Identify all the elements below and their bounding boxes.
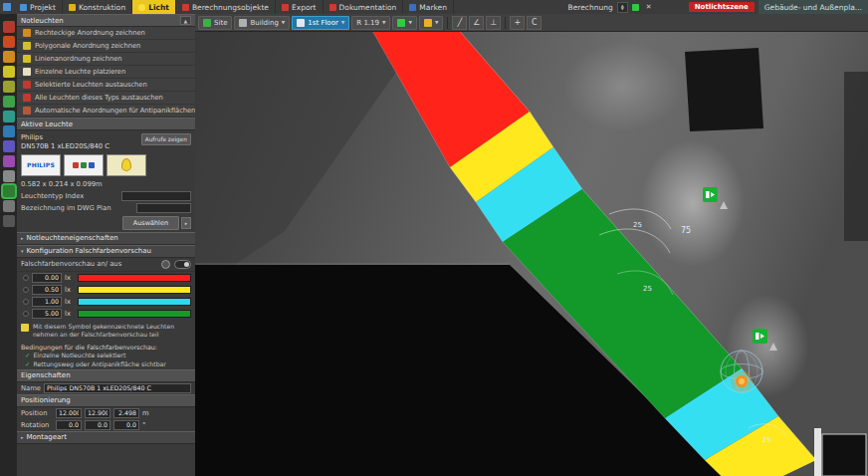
chevron-down-icon: ▼ [282, 20, 285, 25]
tool-icon[interactable] [3, 111, 15, 122]
photometry-icon[interactable] [107, 154, 146, 176]
exit-door [822, 434, 866, 476]
positionierung-title: Positionierung [21, 396, 71, 404]
wall-glow [563, 42, 683, 131]
dwg-input[interactable] [136, 203, 191, 213]
tool-icon[interactable] [3, 81, 15, 93]
color-swatch-green[interactable] [78, 310, 191, 318]
berechnung-spinner[interactable]: ▲▼ [617, 2, 628, 13]
montageart-header[interactable]: ▸ Montageart [17, 431, 195, 444]
tab-dokumentation[interactable]: Dokumentation [324, 0, 404, 14]
tab-label: Export [292, 3, 317, 12]
tool-icon[interactable] [3, 200, 15, 212]
show-calls-button[interactable]: Aufrufe zeigen [141, 133, 191, 145]
render-color-dropdown[interactable]: ▼ [392, 16, 416, 30]
tab-projekt[interactable]: Projekt [14, 0, 63, 14]
rotation-x-input[interactable] [56, 420, 82, 430]
tab-konstruktion[interactable]: Konstruktion [63, 0, 132, 14]
action-alle-austauschen[interactable]: Alle Leuchten dieses Typs austauschen [17, 92, 195, 105]
tool-icon[interactable] [3, 125, 15, 137]
threshold-input-3[interactable] [32, 309, 62, 319]
aktive-leuchte-header: Aktive Leuchte [17, 118, 195, 130]
eigenschaften-header[interactable]: Eigenschaften [17, 369, 195, 382]
tab-marken[interactable]: Marken [403, 0, 454, 14]
chevron-down-icon: ▼ [382, 20, 385, 25]
luminaire-logos: PHILIPS [17, 152, 195, 178]
tab-export[interactable]: Export [276, 0, 324, 14]
tool-icon[interactable] [3, 215, 15, 227]
color-swatch-red[interactable] [78, 274, 191, 282]
action-rechteckige-anordnung[interactable]: Rechteckige Anordnung zeichnen [17, 27, 195, 40]
chevron-down-icon: ▼ [341, 20, 344, 25]
tool-icon[interactable] [3, 155, 15, 167]
tool-icon[interactable] [3, 96, 15, 108]
action-selektierte-austauschen[interactable]: Selektierte Leuchten austauschen [17, 79, 195, 92]
threshold-input-2[interactable] [32, 297, 62, 307]
emergency-light-tool-icon[interactable] [3, 185, 15, 197]
site-button[interactable]: Site [198, 16, 232, 30]
falschfarben-toggle[interactable] [174, 260, 191, 269]
tool-icon[interactable] [3, 36, 15, 48]
auto-array-icon [23, 107, 31, 115]
position-y-input[interactable] [85, 408, 110, 418]
ruler-tool-icon[interactable]: ╱ [452, 16, 467, 30]
falschfarben-row-3: lx [17, 308, 195, 320]
tool-icon[interactable] [3, 140, 15, 152]
chevron-right-icon: ▸ [21, 434, 24, 440]
building-dropdown[interactable]: Building ▼ [234, 16, 290, 30]
auswaehlen-dropdown-icon[interactable]: ▸ [181, 217, 191, 229]
conditions-title: Bedingungen für die Falschfarbenvorschau… [17, 342, 195, 352]
open-view-dropdown[interactable]: ▼ [419, 16, 443, 30]
threshold-input-0[interactable] [32, 273, 62, 283]
scene-3d-view[interactable]: 25 75 25 25 [195, 32, 868, 476]
tool-icon[interactable] [3, 21, 15, 33]
zoom-dropdown[interactable]: R 1.19 ▼ [351, 16, 390, 30]
action-polygonale-anordnung[interactable]: Polygonale Anordnung zeichnen [17, 40, 195, 53]
add-button[interactable]: + [510, 16, 525, 30]
tool-icon[interactable] [3, 66, 15, 78]
action-automatische-anordnungen[interactable]: Automatische Anordnungen für Antipanikfl… [17, 105, 195, 118]
leuchtentyp-input[interactable] [121, 191, 191, 201]
rotation-y-input[interactable] [85, 420, 110, 430]
eigenschaften-title: Eigenschaften [21, 371, 71, 379]
color-swatch-yellow[interactable] [78, 286, 191, 294]
angle-tool-icon[interactable]: ∠ [469, 16, 484, 30]
color-knob-icon[interactable] [161, 260, 170, 269]
threshold-input-1[interactable] [32, 285, 62, 295]
row-marker-icon [23, 275, 29, 281]
falschfarben-header[interactable]: ▾ Konfiguration Falschfarbenvorschau [17, 245, 195, 258]
name-input[interactable] [44, 383, 191, 393]
product-brand: Philips [21, 133, 137, 142]
green-swatch-icon [397, 19, 405, 27]
floor-dropdown[interactable]: 1st Floor ▼ [292, 16, 349, 30]
axes-tool-icon[interactable]: ⊥ [486, 16, 501, 30]
building-label: Building [250, 19, 278, 27]
notlichtszene-badge[interactable]: Notlichtszene [689, 2, 755, 12]
notleuchten-props-header[interactable]: ▸ Notleuchteneigenschaften [17, 232, 195, 245]
emergency-luminaire-icon[interactable] [703, 187, 718, 202]
philips-logo: PHILIPS [21, 154, 61, 176]
position-z-input[interactable] [113, 408, 139, 418]
folder-icon [424, 19, 432, 27]
close-icon[interactable]: ✕ [643, 1, 655, 13]
site-label: Site [214, 19, 227, 27]
toggle-label: Falschfarbenvorschau an/ aus [21, 260, 157, 268]
tab-label: Dokumentation [339, 3, 397, 12]
tool-icon[interactable] [3, 51, 15, 63]
refresh-button[interactable]: C [527, 16, 542, 30]
position-x-input[interactable] [56, 408, 82, 418]
notleuchten-header[interactable]: Notleuchten ▲ [17, 14, 195, 27]
tab-berechnungsobjekte[interactable]: Berechnungsobjekte [176, 0, 276, 14]
action-label: Polygonale Anordnung zeichnen [35, 42, 140, 50]
action-linienanordnung[interactable]: Linienanordnung zeichnen [17, 53, 195, 66]
tab-licht[interactable]: Licht [132, 0, 176, 14]
rotation-z-input[interactable] [113, 420, 139, 430]
app-icon[interactable] [0, 0, 14, 14]
color-swatch-cyan[interactable] [78, 298, 191, 306]
auswaehlen-button[interactable]: Auswählen [122, 216, 179, 230]
tool-icon[interactable] [3, 170, 15, 182]
collapse-up-icon[interactable]: ▲ [180, 16, 191, 25]
action-einzelne-leuchte[interactable]: Einzelne Leuchte platzieren [17, 66, 195, 79]
positionierung-header[interactable]: Positionierung [17, 394, 195, 407]
emergency-luminaire-icon[interactable] [753, 329, 767, 344]
